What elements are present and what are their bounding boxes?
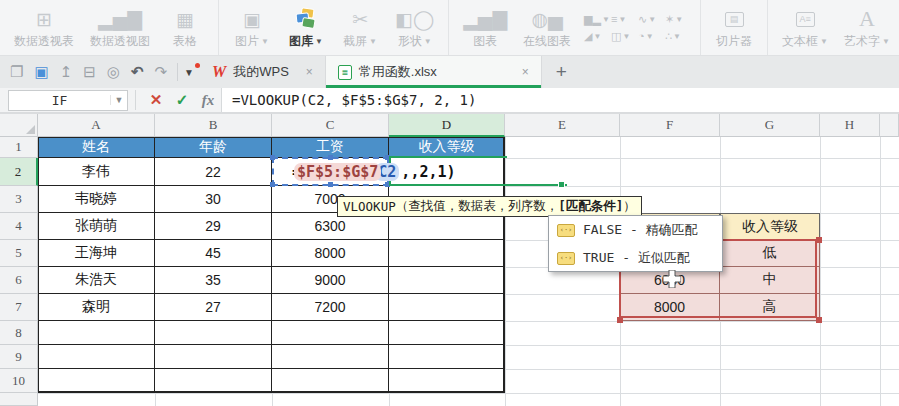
edit-fill-handle[interactable]	[558, 181, 565, 188]
cell-B9[interactable]	[155, 345, 272, 369]
cell-C9[interactable]	[272, 345, 389, 369]
confirm-formula-button[interactable]: ✓	[169, 91, 195, 109]
pie-chart-button[interactable]: ◔▼	[638, 30, 662, 43]
row-header-3[interactable]: 3	[0, 186, 38, 213]
cell-B2[interactable]: 22	[155, 158, 272, 186]
cell-C4[interactable]: 6300	[272, 213, 389, 240]
cell-B10[interactable]	[155, 369, 272, 393]
column-header-F[interactable]: F	[620, 114, 720, 137]
cell-C7[interactable]: 7200	[272, 294, 389, 321]
cell-C8[interactable]	[272, 321, 389, 345]
cell-G7[interactable]: 高	[720, 294, 820, 321]
column-chart-button[interactable]: ▆▂▼	[584, 13, 608, 26]
cell-G6[interactable]: 中	[720, 267, 820, 294]
row-header-6[interactable]: 6	[0, 267, 38, 294]
customize-toolbar-icon[interactable]: ▼	[178, 67, 200, 78]
cell-B1[interactable]: 年龄	[155, 137, 272, 158]
row-header-7[interactable]: 7	[0, 294, 38, 321]
row-header-1[interactable]: 1	[0, 137, 38, 158]
cell-B3[interactable]: 30	[155, 186, 272, 213]
pivot-chart-button[interactable]: ▂▅▇ 数据透视图	[82, 0, 158, 55]
print-icon[interactable]: ⊟	[83, 63, 96, 81]
column-header-A[interactable]: A	[38, 114, 155, 137]
cell-A10[interactable]	[38, 369, 155, 393]
combo-chart-button[interactable]: ◫▼	[611, 30, 635, 43]
column-header-C[interactable]: C	[272, 114, 389, 137]
slicer-button[interactable]: ▤ 切片器	[707, 0, 761, 55]
cell-A4[interactable]: 张萌萌	[38, 213, 155, 240]
bar-chart-button[interactable]: ≡▼	[611, 13, 635, 26]
radar-chart-button[interactable]: ✶▼	[665, 13, 689, 26]
table-button[interactable]: ▦ 表格	[158, 0, 212, 55]
name-box-dropdown-icon[interactable]: ▼	[110, 95, 127, 105]
shapes-button[interactable]: ◧◯ 形状▼	[387, 0, 442, 55]
cell-D10[interactable]	[389, 369, 505, 393]
cell-F7[interactable]: 8000	[620, 294, 720, 321]
row-header-8[interactable]: 8	[0, 321, 38, 345]
chart-button[interactable]: ▂▅▇ 图表	[455, 0, 515, 55]
column-header-D[interactable]: D	[389, 114, 505, 137]
cell-A3[interactable]: 韦晓婷	[38, 186, 155, 213]
redo-icon[interactable]: ↷	[154, 63, 167, 81]
line-chart-button[interactable]: ∿▼	[638, 13, 662, 26]
print-preview-icon[interactable]: ◎	[107, 63, 120, 81]
export-icon[interactable]: ↥	[60, 63, 73, 81]
tab-workbook[interactable]: ≣ 常用函数.xlsx ×	[326, 56, 542, 88]
undo-icon[interactable]: ↶	[131, 63, 144, 81]
online-chart-button[interactable]: ◍▅ 在线图表	[515, 0, 579, 55]
cancel-formula-button[interactable]: ✕	[143, 91, 169, 109]
cell-A2[interactable]: 李伟	[38, 158, 155, 186]
cell-A9[interactable]	[38, 345, 155, 369]
cell-A5[interactable]: 王海坤	[38, 240, 155, 267]
cell-D1[interactable]: 收入等级	[389, 137, 505, 158]
cell-A7[interactable]: 森明	[38, 294, 155, 321]
cell-A1[interactable]: 姓名	[38, 137, 155, 158]
insert-function-button[interactable]: fx	[195, 92, 221, 109]
row-header-4[interactable]: 4	[0, 213, 38, 240]
cell-B7[interactable]: 27	[155, 294, 272, 321]
cell-B5[interactable]: 45	[155, 240, 272, 267]
row-header-9[interactable]: 9	[0, 345, 38, 369]
column-header-G[interactable]: G	[720, 114, 820, 137]
open-file-icon[interactable]: ❐	[10, 63, 23, 81]
cell-B4[interactable]: 29	[155, 213, 272, 240]
row-header-2[interactable]: 2	[0, 158, 38, 186]
cell-C6[interactable]: 9000	[272, 267, 389, 294]
close-tab-icon[interactable]: ×	[306, 65, 313, 79]
sheet-grid[interactable]: ABCDEFGH12345678910 姓名年龄工资收入等级李伟22韦晓婷307…	[0, 114, 899, 406]
cell-A6[interactable]: 朱浩天	[38, 267, 155, 294]
select-all-corner[interactable]	[0, 114, 38, 137]
name-box[interactable]: IF ▼	[8, 90, 128, 111]
dropdown-option-true[interactable]: ‹·› TRUE - 近似匹配	[549, 244, 722, 272]
close-tab-icon[interactable]: ×	[522, 65, 529, 79]
cell-B6[interactable]: 35	[155, 267, 272, 294]
wordart-button[interactable]: A 艺术字▼	[836, 0, 898, 55]
dropdown-option-false[interactable]: ‹·› FALSE - 精确匹配	[549, 216, 722, 244]
new-tab-button[interactable]: +	[542, 56, 581, 88]
save-icon[interactable]: ▣	[34, 63, 48, 81]
cell-G4[interactable]: 收入等级	[720, 213, 820, 240]
area-chart-button[interactable]: ◢▼	[584, 30, 608, 43]
scatter-chart-button[interactable]: ∴▼	[665, 30, 689, 43]
pivot-table-button[interactable]: ⊞ 数据透视表	[6, 0, 82, 55]
column-header-partial[interactable]	[880, 114, 899, 137]
picture-button[interactable]: ▣ 图片▼	[225, 0, 279, 55]
cell-C10[interactable]	[272, 369, 389, 393]
row-header-partial[interactable]	[0, 393, 38, 406]
row-header-5[interactable]: 5	[0, 240, 38, 267]
formula-input[interactable]: =VLOOKUP(C2, $F$5:$G$7, 2, 1)	[221, 88, 899, 112]
cell-B8[interactable]	[155, 321, 272, 345]
column-header-B[interactable]: B	[155, 114, 272, 137]
cell-A8[interactable]	[38, 321, 155, 345]
cell-D6[interactable]	[389, 267, 505, 294]
cell-D5[interactable]	[389, 240, 505, 267]
gallery-button[interactable]: 图库▼	[279, 0, 333, 55]
cell-C5[interactable]: 8000	[272, 240, 389, 267]
column-header-E[interactable]: E	[505, 114, 620, 137]
column-header-H[interactable]: H	[820, 114, 880, 137]
textbox-button[interactable]: A≡ 文本框▼	[774, 0, 836, 55]
cell-G5[interactable]: 低	[720, 240, 820, 267]
cell-D4[interactable]	[389, 213, 505, 240]
cell-D8[interactable]	[389, 321, 505, 345]
cell-D7[interactable]	[389, 294, 505, 321]
